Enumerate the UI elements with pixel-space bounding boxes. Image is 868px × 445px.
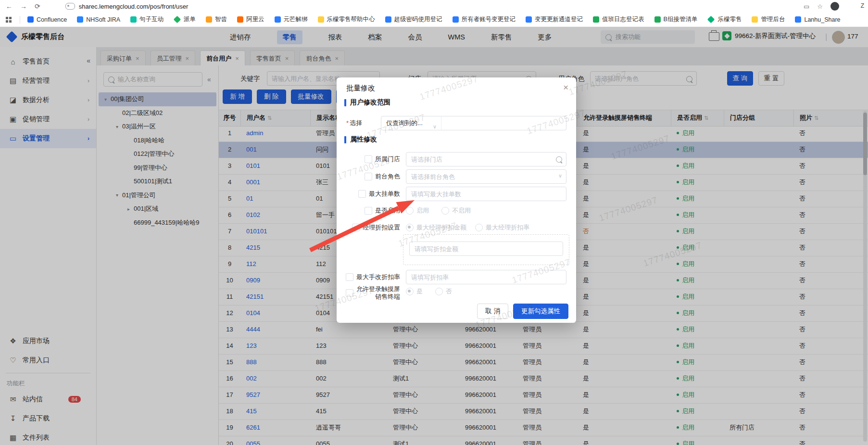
radio-mgr-amount[interactable]: 最大经理折扣金额 xyxy=(406,223,466,232)
checkbox[interactable] xyxy=(358,190,366,198)
field-label: 经理折扣设置 xyxy=(363,223,400,232)
bookmark-label: 所有者账号变更登记 xyxy=(462,15,516,24)
maxorders-field-input[interactable] xyxy=(406,187,566,201)
manual-discount-input[interactable] xyxy=(406,270,566,284)
bookmark-favicon xyxy=(174,16,181,24)
radio-disable[interactable]: 不启用 xyxy=(441,206,471,215)
back-icon[interactable]: ← xyxy=(6,2,13,10)
bookmark-favicon xyxy=(707,16,715,24)
radio-touch-no[interactable]: 否 xyxy=(435,287,452,296)
chevron-down-icon: ∨ xyxy=(433,120,437,133)
field-touch-login-row: 允许登录触摸屏 销售终端 是 否 xyxy=(346,284,566,302)
bookmark-item[interactable]: NHSoft JIRA xyxy=(77,16,120,23)
checkbox[interactable] xyxy=(352,224,360,231)
bookmark-label: 超级密码使用登记 xyxy=(394,15,442,24)
field-label: 允许登录触摸屏 xyxy=(356,285,400,292)
bookmark-label: NHSoft JIRA xyxy=(86,16,120,23)
bookmark-item[interactable]: 智齿 xyxy=(206,15,227,24)
field-enabled-row: 是否启用 启用 不启用 xyxy=(346,203,566,218)
field-label: 销售终端 xyxy=(375,293,400,300)
cancel-button[interactable]: 取 消 xyxy=(477,304,508,319)
bookmark-label: 派单 xyxy=(184,15,196,24)
bookmark-item[interactable]: 所有者账号变更登记 xyxy=(453,15,516,24)
bookmark-favicon xyxy=(27,16,34,23)
checkbox[interactable] xyxy=(346,273,353,281)
bookmark-label: 智齿 xyxy=(215,15,227,24)
bookmark-favicon xyxy=(526,16,532,23)
bookmark-label: 元芒解绑 xyxy=(284,15,308,24)
bookmark-label: 变更更新通道登记 xyxy=(535,15,583,24)
bookmark-item[interactable]: 乐檬零售 xyxy=(707,15,742,24)
bookmark-label: Lanhu_Share xyxy=(804,16,840,23)
chevron-down-icon: ∨ xyxy=(558,173,562,179)
store-field-input[interactable] xyxy=(406,152,566,166)
bookmark-item[interactable]: 管理后台 xyxy=(752,15,785,24)
radio-icon xyxy=(441,207,449,215)
field-label: 最大挂单数 xyxy=(369,190,400,198)
bookmark-item[interactable]: Lanhu_Share xyxy=(795,16,840,23)
bookmark-item[interactable]: 派单 xyxy=(174,15,196,24)
scope-select[interactable]: 仅查询到的... ∨ xyxy=(381,116,441,130)
bookmark-favicon xyxy=(752,16,758,23)
checkbox[interactable] xyxy=(365,207,372,215)
bookmark-favicon xyxy=(77,16,83,23)
radio-icon xyxy=(406,224,414,231)
batch-edit-modal: 批量修改 × 用户修改范围 *选择 仅查询到的... ∨ 属性修改 所属门店 前… xyxy=(337,77,576,323)
bookmark-item[interactable]: Confluence xyxy=(27,16,67,23)
apps-grid-icon[interactable] xyxy=(6,17,12,23)
checkbox[interactable] xyxy=(365,173,372,180)
bookmark-favicon xyxy=(318,16,324,23)
bookmark-favicon xyxy=(795,16,801,23)
field-label: 是否启用 xyxy=(375,206,400,215)
bookmark-item[interactable]: 阿里云 xyxy=(237,15,264,24)
checkbox[interactable] xyxy=(365,155,372,163)
cast-icon[interactable]: ▭ xyxy=(804,3,809,10)
url-text[interactable]: sharec.lemengcloud.com/pos/front/user xyxy=(79,3,189,10)
field-store-row: 所属门店 xyxy=(346,152,566,166)
forward-icon[interactable]: → xyxy=(20,2,27,10)
browser-avatar[interactable] xyxy=(830,2,839,11)
browser-chrome: ← → ⟳ sharec.lemengcloud.com/pos/front/u… xyxy=(0,0,868,13)
bookmark-item[interactable]: 乐檬零售帮助中心 xyxy=(318,15,375,24)
site-info-icon[interactable] xyxy=(65,3,75,10)
bookmark-item[interactable]: 句子互动 xyxy=(130,15,164,24)
bookmark-item[interactable]: 元芒解绑 xyxy=(275,15,308,24)
radio-icon xyxy=(435,288,443,295)
select-scope-row: *选择 仅查询到的... ∨ xyxy=(346,116,566,130)
divider xyxy=(20,16,20,24)
search-icon xyxy=(556,156,562,163)
radio-icon xyxy=(475,224,483,231)
close-icon[interactable]: × xyxy=(563,82,568,93)
bookmark-item[interactable]: 变更更新通道登记 xyxy=(526,15,583,24)
reload-icon[interactable]: ⟳ xyxy=(35,2,40,10)
radio-mgr-rate[interactable]: 最大经理折扣率 xyxy=(475,223,529,232)
bookmark-favicon xyxy=(593,16,599,23)
scope-extra-input[interactable] xyxy=(441,116,566,130)
bookmark-item[interactable]: 值班日志登记表 xyxy=(593,15,644,24)
field-manual-discount-row: 最大手改折扣率 xyxy=(346,270,566,284)
role-field-input[interactable] xyxy=(406,169,566,184)
bookmark-favicon xyxy=(453,16,459,23)
bookmark-item[interactable]: B组接管清单 xyxy=(654,15,698,24)
bookmark-label: Confluence xyxy=(37,16,67,23)
bookmark-favicon xyxy=(654,16,661,23)
confirm-button[interactable]: 更新勾选属性 xyxy=(513,304,568,319)
field-role-row: 前台角色 ∨ xyxy=(346,169,566,184)
bookmark-item[interactable]: 超级密码使用登记 xyxy=(385,15,442,24)
bookmark-favicon xyxy=(237,16,243,23)
radio-touch-yes[interactable]: 是 xyxy=(406,287,423,296)
radio-icon xyxy=(406,207,414,215)
field-mgr-discount-row: 经理折扣设置 最大经理折扣金额 最大经理折扣率 xyxy=(346,220,566,235)
bookmark-star-icon[interactable]: ☆ xyxy=(817,3,823,10)
bookmark-label: 句子互动 xyxy=(139,15,164,24)
scope-select-value: 仅查询到的... xyxy=(386,119,423,127)
discount-amount-input[interactable] xyxy=(409,242,563,256)
bookmark-favicon xyxy=(206,16,212,23)
bookmark-favicon xyxy=(275,16,281,23)
radio-enable[interactable]: 启用 xyxy=(406,206,429,215)
bookmarks-bar: Confluence NHSoft JIRA 句子互动 派单 智齿 阿里云 元芒… xyxy=(0,13,868,27)
checkbox[interactable] xyxy=(346,289,353,297)
discount-amount-box xyxy=(403,234,569,265)
modal-title: 批量修改 xyxy=(346,84,375,93)
profile-initial: Z xyxy=(861,2,864,9)
